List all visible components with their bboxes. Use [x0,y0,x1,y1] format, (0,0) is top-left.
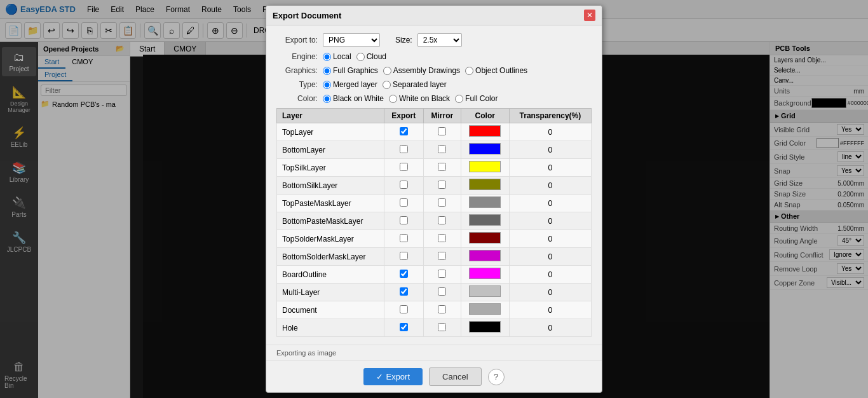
color-cell[interactable] [461,319,509,337]
export-cell[interactable] [384,159,423,177]
mirror-checkbox[interactable] [438,234,446,242]
export-cell[interactable] [384,212,423,230]
mirror-cell[interactable] [424,123,461,141]
color-cell[interactable] [461,177,509,195]
mirror-cell[interactable] [424,301,461,319]
export-cell[interactable] [384,230,423,248]
export-checkbox[interactable] [400,323,408,331]
engine-local-radio[interactable] [323,53,331,61]
color-swatch[interactable] [469,303,501,315]
mirror-checkbox[interactable] [438,127,446,135]
color-cell[interactable] [461,195,509,212]
color-full-radio[interactable] [455,95,463,103]
color-wob-radio[interactable] [389,95,397,103]
color-bow-radio[interactable] [323,95,331,103]
export-cell[interactable] [384,301,423,319]
graphics-assembly-option[interactable]: Assembly Drawings [383,66,460,75]
export-checkbox[interactable] [400,287,408,296]
mirror-cell[interactable] [424,248,461,266]
export-checkbox[interactable] [400,216,408,224]
size-select[interactable]: 2.5x [417,33,462,47]
export-checkbox[interactable] [400,198,408,207]
color-cell[interactable] [461,230,509,248]
graphics-assembly-radio[interactable] [383,67,391,75]
export-checkbox[interactable] [400,145,408,153]
mirror-cell[interactable] [424,141,461,159]
export-cell[interactable] [384,284,423,301]
graphics-object-radio[interactable] [465,67,473,75]
export-cell[interactable] [384,248,423,266]
color-cell[interactable] [461,266,509,284]
mirror-cell[interactable] [424,195,461,212]
color-bow-option[interactable]: Black on White [323,94,384,103]
mirror-checkbox[interactable] [438,252,446,260]
type-separated-option[interactable]: Separated layer [383,80,447,89]
mirror-checkbox[interactable] [438,145,446,153]
mirror-checkbox[interactable] [438,198,446,207]
graphics-full-radio[interactable] [323,67,331,75]
export-checkbox[interactable] [400,163,408,171]
export-checkbox[interactable] [400,181,408,189]
mirror-cell[interactable] [424,319,461,337]
export-checkbox[interactable] [400,234,408,242]
color-swatch[interactable] [469,285,501,297]
color-cell[interactable] [461,248,509,266]
color-cell[interactable] [461,141,509,159]
engine-cloud-radio[interactable] [356,53,365,61]
mirror-cell[interactable] [424,212,461,230]
mirror-checkbox[interactable] [438,305,446,313]
mirror-checkbox[interactable] [438,270,446,278]
export-cell[interactable] [384,319,423,337]
export-checkbox[interactable] [400,252,408,260]
mirror-cell[interactable] [424,266,461,284]
graphics-object-option[interactable]: Object Outlines [465,66,527,75]
mirror-checkbox[interactable] [438,216,446,224]
mirror-cell[interactable] [424,284,461,301]
color-cell[interactable] [461,301,509,319]
color-swatch[interactable] [469,214,501,226]
type-merged-option[interactable]: Merged layer [323,80,377,89]
color-swatch[interactable] [469,321,501,333]
color-cell[interactable] [461,159,509,177]
export-checkbox[interactable] [400,305,408,313]
type-merged-radio[interactable] [323,81,331,89]
graphics-full-option[interactable]: Full Graphics [323,66,378,75]
export-button[interactable]: ✓ Export [363,368,423,385]
color-swatch[interactable] [469,161,501,172]
graphics-full-label: Full Graphics [333,66,378,75]
color-full-label: Full Color [465,94,498,103]
color-swatch[interactable] [469,196,501,208]
export-checkbox[interactable] [400,270,408,278]
help-button[interactable]: ? [488,369,505,385]
color-cell[interactable] [461,212,509,230]
color-swatch[interactable] [469,232,501,244]
export-checkbox[interactable] [400,127,408,135]
cancel-button[interactable]: Cancel [429,367,481,386]
engine-local-option[interactable]: Local [323,52,351,61]
mirror-cell[interactable] [424,159,461,177]
mirror-checkbox[interactable] [438,323,446,331]
export-cell[interactable] [384,177,423,195]
mirror-checkbox[interactable] [438,181,446,189]
engine-cloud-option[interactable]: Cloud [356,52,386,61]
color-wob-option[interactable]: White on Black [389,94,450,103]
export-cell[interactable] [384,195,423,212]
export-format-select[interactable]: PNG [323,33,380,47]
color-swatch[interactable] [469,143,501,154]
color-swatch[interactable] [469,250,501,261]
color-swatch[interactable] [469,268,501,279]
color-cell[interactable] [461,284,509,301]
mirror-cell[interactable] [424,177,461,195]
color-swatch[interactable] [469,179,501,190]
dialog-close-button[interactable]: ✕ [584,10,595,21]
mirror-checkbox[interactable] [438,163,446,171]
mirror-checkbox[interactable] [438,287,446,296]
type-separated-radio[interactable] [383,81,391,89]
mirror-cell[interactable] [424,230,461,248]
color-full-option[interactable]: Full Color [455,94,498,103]
export-cell[interactable] [384,266,423,284]
export-cell[interactable] [384,123,423,141]
export-cell[interactable] [384,141,423,159]
color-swatch[interactable] [469,125,501,137]
color-cell[interactable] [461,123,509,141]
